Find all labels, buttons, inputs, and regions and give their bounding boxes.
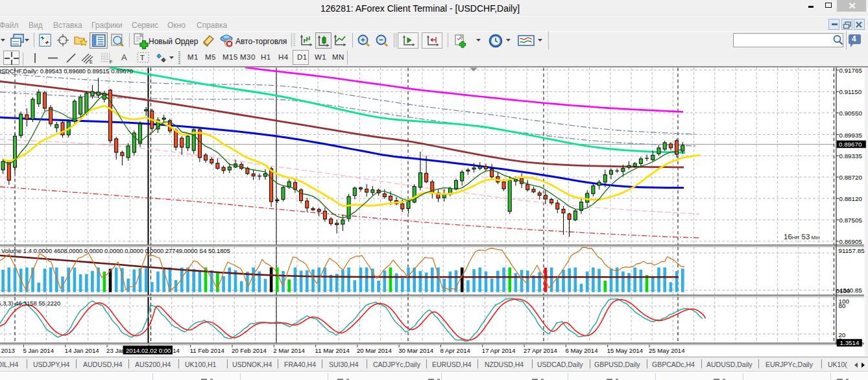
svg-text:2014.02.02 0:00: 2014.02.02 0:00 <box>126 347 171 354</box>
svg-text:6 May 2014: 6 May 2014 <box>565 347 598 354</box>
svg-text:c 2013: c 2013 <box>0 347 15 354</box>
svg-text:0.89670: 0.89670 <box>839 141 862 148</box>
svg-text:17 Apr 2014: 17 Apr 2014 <box>482 347 516 354</box>
svg-text:T: T <box>140 54 145 62</box>
svg-text:15 May 2014: 15 May 2014 <box>607 347 644 354</box>
svg-text:h(5,3,3) 46.3158 55.2220: h(5,3,3) 46.3158 55.2220 <box>0 300 60 307</box>
svg-text:E: E <box>90 60 93 64</box>
svg-text:Volume 1.4 0.0000 4608.0000 0.: Volume 1.4 0.0000 4608.0000 0.0000 0.000… <box>1 247 230 254</box>
svg-text:2 Mar 2014: 2 Mar 2014 <box>273 347 305 354</box>
svg-text:30 Mar 2014: 30 Mar 2014 <box>398 347 434 354</box>
svg-text:11 Mar 2014: 11 Mar 2014 <box>315 347 350 354</box>
svg-text:14 Jan 2014: 14 Jan 2014 <box>65 347 99 354</box>
svg-text:0.88120: 0.88120 <box>839 195 863 202</box>
svg-text:27 Apr 2014: 27 Apr 2014 <box>524 347 557 354</box>
svg-text:20 Mar 2014: 20 Mar 2014 <box>357 347 392 354</box>
svg-text:20 Feb 2014: 20 Feb 2014 <box>232 347 267 354</box>
svg-text:8 Apr 2014: 8 Apr 2014 <box>440 347 471 354</box>
svg-text:91157.85: 91157.85 <box>839 247 865 254</box>
svg-text:1.3514: 1.3514 <box>840 339 860 346</box>
svg-text:11 Feb 2014: 11 Feb 2014 <box>190 347 225 354</box>
svg-text:25 May 2014: 25 May 2014 <box>649 347 685 354</box>
svg-text:0.86905: 0.86905 <box>839 238 863 245</box>
svg-text:0.89335: 0.89335 <box>839 152 863 160</box>
svg-text:0.89935: 0.89935 <box>839 132 863 139</box>
svg-text:80: 80 <box>839 302 846 309</box>
svg-text:USDCHF,Daily: 0.89543 0.89680: USDCHF,Daily: 0.89543 0.89680 0.89515 0.… <box>0 67 133 75</box>
svg-text:0.91765: 0.91765 <box>839 67 863 74</box>
svg-text:0.90550: 0.90550 <box>839 110 863 117</box>
svg-text:5 Jan 2014: 5 Jan 2014 <box>23 347 54 354</box>
svg-text:0.91150: 0.91150 <box>839 88 862 95</box>
svg-text:0.87505: 0.87505 <box>839 217 863 224</box>
svg-text:4340.85: 4340.85 <box>839 287 863 294</box>
svg-text:F: F <box>110 60 112 64</box>
svg-text:0.88720: 0.88720 <box>839 174 863 181</box>
